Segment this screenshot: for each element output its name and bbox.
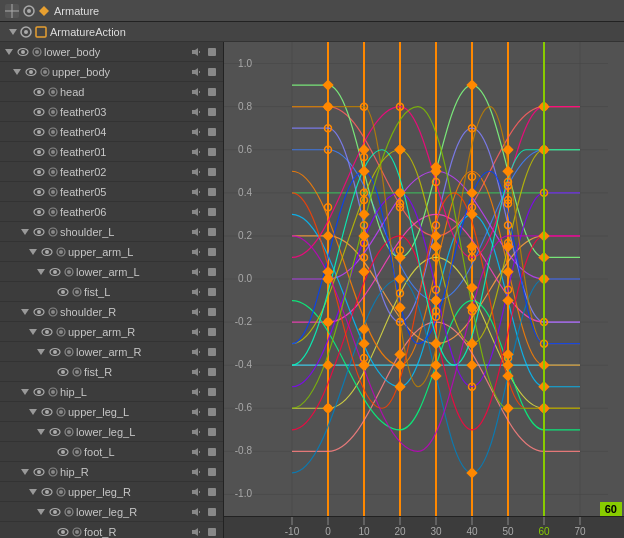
render-visibility-icon[interactable] <box>48 467 58 477</box>
bone-item[interactable]: foot_R <box>0 522 223 538</box>
speaker-icon[interactable] <box>191 247 203 257</box>
render-visibility-icon[interactable] <box>48 107 58 117</box>
eye-icon[interactable] <box>48 507 62 517</box>
render-visibility-icon[interactable] <box>48 187 58 197</box>
speaker-icon[interactable] <box>191 107 203 117</box>
animation-graph[interactable] <box>224 42 608 516</box>
eye-icon[interactable] <box>56 367 70 377</box>
bone-item[interactable]: lower_arm_R <box>0 342 223 362</box>
eye-icon[interactable] <box>24 67 38 77</box>
eye-icon[interactable] <box>32 87 46 97</box>
bone-expand-btn[interactable] <box>28 327 38 337</box>
bone-item[interactable]: upper_body <box>0 62 223 82</box>
bone-item[interactable]: lower_leg_R <box>0 502 223 522</box>
render-visibility-icon[interactable] <box>56 487 66 497</box>
speaker-icon[interactable] <box>191 267 203 277</box>
bone-expand-btn[interactable] <box>28 407 38 417</box>
eye-icon[interactable] <box>32 167 46 177</box>
speaker-icon[interactable] <box>191 467 203 477</box>
eye-icon[interactable] <box>48 267 62 277</box>
bone-expand-btn[interactable] <box>36 427 46 437</box>
render-visibility-icon[interactable] <box>64 507 74 517</box>
bone-item[interactable]: feather01 <box>0 142 223 162</box>
render-visibility-icon[interactable] <box>72 447 82 457</box>
bone-list-scroll[interactable]: lower_body upper_body <box>0 42 223 538</box>
eye-icon[interactable] <box>16 47 30 57</box>
bone-expand-btn[interactable] <box>20 227 30 237</box>
bone-item[interactable]: feather02 <box>0 162 223 182</box>
bone-expand-btn[interactable] <box>28 487 38 497</box>
speaker-icon[interactable] <box>191 227 203 237</box>
bone-expand-btn[interactable] <box>4 47 14 57</box>
bone-expand-btn[interactable] <box>20 127 30 137</box>
bone-item[interactable]: feather04 <box>0 122 223 142</box>
speaker-icon[interactable] <box>191 167 203 177</box>
eye-icon[interactable] <box>32 207 46 217</box>
eye-icon[interactable] <box>48 347 62 357</box>
eye-icon[interactable] <box>40 407 54 417</box>
bone-expand-btn[interactable] <box>20 467 30 477</box>
render-visibility-icon[interactable] <box>48 227 58 237</box>
eye-icon[interactable] <box>32 147 46 157</box>
bone-expand-btn[interactable] <box>20 167 30 177</box>
eye-icon[interactable] <box>56 527 70 537</box>
eye-icon[interactable] <box>32 107 46 117</box>
bone-item[interactable]: upper_arm_R <box>0 322 223 342</box>
eye-icon[interactable] <box>56 287 70 297</box>
render-visibility-icon[interactable] <box>72 367 82 377</box>
eye-icon[interactable] <box>32 187 46 197</box>
render-visibility-icon[interactable] <box>32 47 42 57</box>
render-visibility-icon[interactable] <box>48 147 58 157</box>
speaker-icon[interactable] <box>191 447 203 457</box>
bone-expand-btn[interactable] <box>20 107 30 117</box>
render-visibility-icon[interactable] <box>64 347 74 357</box>
bone-item[interactable]: feather03 <box>0 102 223 122</box>
render-visibility-icon[interactable] <box>72 527 82 537</box>
render-visibility-icon[interactable] <box>56 407 66 417</box>
speaker-icon[interactable] <box>191 487 203 497</box>
bone-item[interactable]: shoulder_L <box>0 222 223 242</box>
bone-item[interactable]: shoulder_R <box>0 302 223 322</box>
speaker-icon[interactable] <box>191 67 203 77</box>
speaker-icon[interactable] <box>191 527 203 537</box>
speaker-icon[interactable] <box>191 127 203 137</box>
render-visibility-icon[interactable] <box>72 287 82 297</box>
expand-action-btn[interactable] <box>8 27 18 37</box>
bone-item[interactable]: hip_L <box>0 382 223 402</box>
bone-expand-btn[interactable] <box>20 207 30 217</box>
render-visibility-icon[interactable] <box>48 307 58 317</box>
bone-expand-btn[interactable] <box>20 307 30 317</box>
bone-expand-btn[interactable] <box>44 367 54 377</box>
bone-item[interactable]: upper_leg_L <box>0 402 223 422</box>
speaker-icon[interactable] <box>191 367 203 377</box>
eye-icon[interactable] <box>48 427 62 437</box>
bone-expand-btn[interactable] <box>20 147 30 157</box>
bone-item[interactable]: lower_leg_L <box>0 422 223 442</box>
bone-item[interactable]: feather06 <box>0 202 223 222</box>
bone-item[interactable]: hip_R <box>0 462 223 482</box>
bone-expand-btn[interactable] <box>44 447 54 457</box>
speaker-icon[interactable] <box>191 387 203 397</box>
render-visibility-icon[interactable] <box>48 387 58 397</box>
bone-expand-btn[interactable] <box>20 387 30 397</box>
speaker-icon[interactable] <box>191 307 203 317</box>
eye-icon[interactable] <box>32 307 46 317</box>
bone-expand-btn[interactable] <box>36 267 46 277</box>
speaker-icon[interactable] <box>191 207 203 217</box>
bone-expand-btn[interactable] <box>20 87 30 97</box>
speaker-icon[interactable] <box>191 327 203 337</box>
bone-item[interactable]: head <box>0 82 223 102</box>
speaker-icon[interactable] <box>191 87 203 97</box>
bone-item[interactable]: foot_L <box>0 442 223 462</box>
speaker-icon[interactable] <box>191 347 203 357</box>
bone-expand-btn[interactable] <box>44 527 54 537</box>
render-visibility-icon[interactable] <box>64 427 74 437</box>
eye-icon[interactable] <box>40 487 54 497</box>
speaker-icon[interactable] <box>191 427 203 437</box>
bone-item[interactable]: feather05 <box>0 182 223 202</box>
render-visibility-icon[interactable] <box>48 207 58 217</box>
bone-expand-btn[interactable] <box>28 247 38 257</box>
bone-expand-btn[interactable] <box>20 187 30 197</box>
speaker-icon[interactable] <box>191 147 203 157</box>
bone-item[interactable]: lower_body <box>0 42 223 62</box>
